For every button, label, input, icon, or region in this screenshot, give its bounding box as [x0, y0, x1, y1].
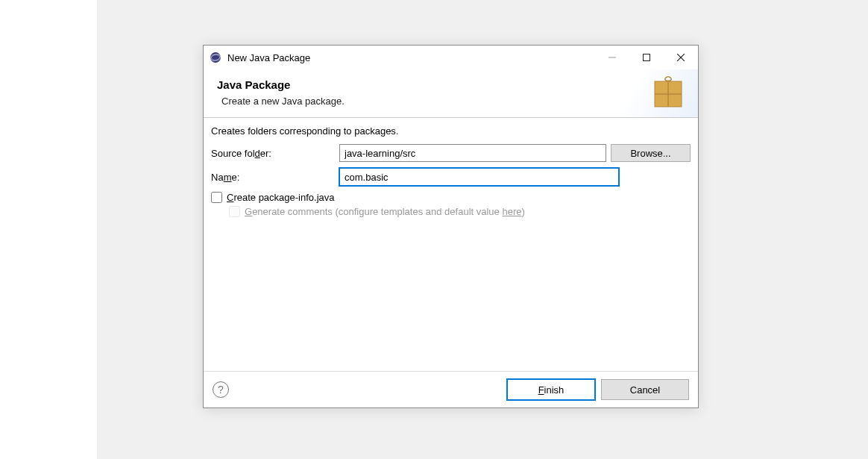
wizard-heading: Java Package — [217, 78, 685, 91]
close-button[interactable] — [664, 46, 698, 69]
maximize-button[interactable] — [629, 46, 664, 69]
wizard-banner: Java Package Create a new Java package. — [204, 69, 698, 117]
finish-button[interactable]: Finish — [507, 379, 595, 400]
name-label: Name: — [211, 172, 339, 183]
cancel-button[interactable]: Cancel — [601, 379, 689, 400]
form-body: Creates folders corresponding to package… — [204, 118, 698, 371]
source-folder-input[interactable] — [339, 144, 606, 162]
generate-comments-row: Generate comments (configure templates a… — [229, 206, 691, 217]
name-input[interactable] — [339, 168, 619, 186]
help-button[interactable]: ? — [213, 381, 229, 398]
svg-rect-4 — [644, 54, 650, 61]
generate-comments-checkbox — [229, 206, 240, 217]
create-package-info-row: Create package-info.java — [211, 192, 691, 203]
window-controls — [595, 46, 698, 69]
configure-link: here — [502, 206, 521, 217]
form-description: Creates folders corresponding to package… — [211, 125, 691, 137]
generate-comments-label: Generate comments (configure templates a… — [245, 206, 525, 217]
create-package-info-checkbox[interactable] — [211, 192, 222, 203]
browse-button[interactable]: Browse... — [611, 144, 691, 162]
titlebar: New Java Package — [204, 46, 698, 69]
page-gutter — [0, 0, 97, 459]
wizard-subheading: Create a new Java package. — [217, 96, 685, 107]
button-bar: ? Finish Cancel — [204, 371, 698, 408]
name-row: Name: — [211, 168, 691, 186]
new-java-package-dialog: New Java Package Java Package Create a n… — [203, 45, 699, 408]
help-icon: ? — [218, 384, 224, 396]
source-folder-label: Source folder: — [211, 148, 339, 159]
package-icon — [650, 74, 686, 110]
create-package-info-label[interactable]: Create package-info.java — [227, 192, 335, 203]
source-folder-row: Source folder: Browse... — [211, 144, 691, 162]
eclipse-icon — [210, 51, 221, 63]
minimize-button[interactable] — [595, 46, 629, 69]
window-title: New Java Package — [227, 52, 595, 63]
svg-point-0 — [210, 52, 221, 63]
